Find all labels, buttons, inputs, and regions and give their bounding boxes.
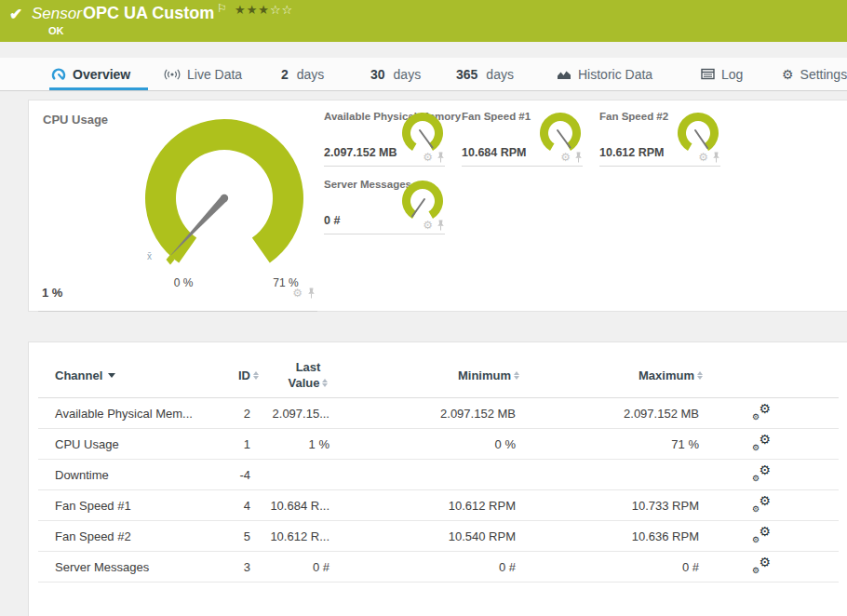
cpu-usage-gauge-block: CPU Usage x̄ 0 % 71 % 1 % ⚙ <box>38 105 317 312</box>
sensor-type-label: Sensor <box>32 5 82 23</box>
sort-icon <box>322 379 328 387</box>
server-messages-gauge-block: Server Messages 0 # ⚙ <box>324 173 445 234</box>
tab-label: days <box>297 67 325 82</box>
pin-icon[interactable] <box>307 288 316 299</box>
gauge-needle <box>412 199 424 217</box>
channel-name: CPU Usage <box>38 437 220 451</box>
channel-maximum: 71 % <box>527 437 710 451</box>
channel-maximum: 10.636 RPM <box>527 529 710 543</box>
channel-id: 2 <box>220 407 266 421</box>
channel-settings-icon[interactable]: ⚙⚙ <box>752 404 771 421</box>
channel-settings-icon[interactable]: ⚙⚙ <box>752 557 771 574</box>
gauge-settings-gear-icon[interactable]: ⚙ <box>560 152 571 163</box>
table-row: Downtime -4 ⚙⚙ <box>38 460 839 490</box>
pin-icon[interactable] <box>437 152 445 163</box>
pin-icon[interactable] <box>437 220 445 231</box>
channels-table: Channel ID Last Value Minimum <box>38 354 839 583</box>
status-ok-check-icon: ✔ <box>9 5 22 24</box>
table-row: Available Physical Mem... 2 2.097.15... … <box>38 398 839 429</box>
channel-last-value: 0 # <box>266 560 350 574</box>
channel-id: 3 <box>220 560 266 574</box>
channel-minimum: 0 % <box>350 437 527 451</box>
table-row: Fan Speed #1 4 10.684 R... 10.612 RPM 10… <box>38 490 839 521</box>
sort-desc-icon <box>108 373 115 378</box>
tab-settings[interactable]: ⚙ Settings <box>782 58 847 90</box>
tab-365-days[interactable]: 365 days <box>456 58 514 90</box>
channel-name: Downtime <box>38 468 220 482</box>
channel-id: 1 <box>220 437 266 451</box>
gauge-settings-gear-icon[interactable]: ⚙ <box>292 288 302 299</box>
sensor-header: ✔ Sensor OPC UA Custom ⚐ ★★★☆☆ OK <box>0 0 847 42</box>
channel-id: -4 <box>220 468 266 482</box>
tab-label: Historic Data <box>578 67 652 82</box>
sort-icon <box>253 371 259 380</box>
priority-flag-icon[interactable]: ⚐ <box>217 2 227 15</box>
mean-marker-label: x̄ <box>147 251 152 261</box>
channel-settings-icon[interactable]: ⚙⚙ <box>752 496 771 513</box>
pin-icon[interactable] <box>712 152 720 163</box>
tab-overview[interactable]: Overview <box>51 58 130 90</box>
gauge-current-value: 0 # <box>324 214 340 227</box>
tab-historic-data[interactable]: Historic Data <box>557 58 652 90</box>
channel-settings-icon[interactable]: ⚙⚙ <box>752 527 771 543</box>
channel-maximum: 2.097.152 MB <box>527 407 710 421</box>
channel-minimum: 10.612 RPM <box>350 499 527 513</box>
gauge-title: Fan Speed #1 <box>462 111 531 122</box>
sensor-name: OPC UA Custom <box>83 4 214 23</box>
active-tab-indicator <box>49 87 148 90</box>
channel-minimum: 10.540 RPM <box>350 529 527 543</box>
column-header-maximum[interactable]: Maximum <box>527 368 710 382</box>
channel-minimum: 2.097.152 MB <box>350 407 527 421</box>
sort-icon <box>514 371 519 380</box>
tab-log[interactable]: Log <box>701 58 743 90</box>
sort-icon <box>697 371 703 380</box>
channel-id: 5 <box>220 529 266 543</box>
channel-last-value: 2.097.15... <box>266 407 350 421</box>
gauge-current-value: 2.097.152 MB <box>324 146 397 159</box>
table-header-row: Channel ID Last Value Minimum <box>38 354 839 398</box>
channel-name: Server Messages <box>38 560 220 574</box>
gauges-panel: CPU Usage x̄ 0 % 71 % 1 % ⚙ Available Ph… <box>28 100 847 312</box>
gauge-title: CPU Usage <box>43 113 108 127</box>
gauge-title: Fan Speed #2 <box>599 111 668 122</box>
gauge-current-value: 10.684 RPM <box>462 146 526 159</box>
priority-stars[interactable]: ★★★☆☆ <box>235 3 293 17</box>
column-header-minimum[interactable]: Minimum <box>350 368 527 382</box>
column-header-last-value[interactable]: Last Value <box>266 360 350 391</box>
gauge-current-value: 10.612 RPM <box>599 146 664 159</box>
column-header-id[interactable]: ID <box>220 368 266 382</box>
gauge-settings-gear-icon[interactable]: ⚙ <box>423 152 433 163</box>
channel-name: Fan Speed #2 <box>38 529 220 543</box>
tab-label: days <box>486 67 514 82</box>
gauge-scale-min: 0 % <box>163 276 204 289</box>
channel-settings-icon[interactable]: ⚙⚙ <box>752 435 771 451</box>
fan-speed-2-gauge-block: Fan Speed #2 10.612 RPM ⚙ <box>599 105 720 167</box>
channel-name: Available Physical Mem... <box>38 407 220 421</box>
gauge-needle <box>558 130 571 148</box>
fan-speed-1-gauge-block: Fan Speed #1 10.684 RPM ⚙ <box>462 105 583 167</box>
gauge-needle <box>695 130 707 148</box>
tab-label: Settings <box>800 67 847 82</box>
table-row: Server Messages 3 0 # 0 # 0 # ⚙⚙ <box>38 552 839 583</box>
gauge-settings-gear-icon[interactable]: ⚙ <box>698 152 708 163</box>
live-data-icon <box>164 68 181 81</box>
channel-settings-icon[interactable]: ⚙⚙ <box>752 465 771 482</box>
gauge-settings-gear-icon[interactable]: ⚙ <box>423 220 433 231</box>
tab-2-days[interactable]: 2 days <box>281 58 324 90</box>
tab-label: Live Data <box>187 67 242 82</box>
tab-live-data[interactable]: Live Data <box>164 58 242 90</box>
channel-last-value: 10.612 R... <box>266 529 350 543</box>
channel-name: Fan Speed #1 <box>38 499 220 513</box>
channels-table-panel: Channel ID Last Value Minimum <box>28 341 847 616</box>
log-list-icon <box>701 68 715 80</box>
channel-maximum: 10.733 RPM <box>527 499 710 513</box>
tab-30-days[interactable]: 30 days <box>370 58 421 90</box>
cpu-usage-gauge <box>131 105 317 277</box>
available-physical-memory-gauge-block: Available Physical Memory 2.097.152 MB ⚙ <box>324 105 445 167</box>
gauge-icon <box>51 67 66 82</box>
tab-label: Overview <box>73 67 130 82</box>
channel-last-value: 1 % <box>266 437 350 451</box>
channel-maximum: 0 # <box>527 560 710 574</box>
column-header-channel[interactable]: Channel <box>38 368 220 382</box>
pin-icon[interactable] <box>574 152 583 163</box>
